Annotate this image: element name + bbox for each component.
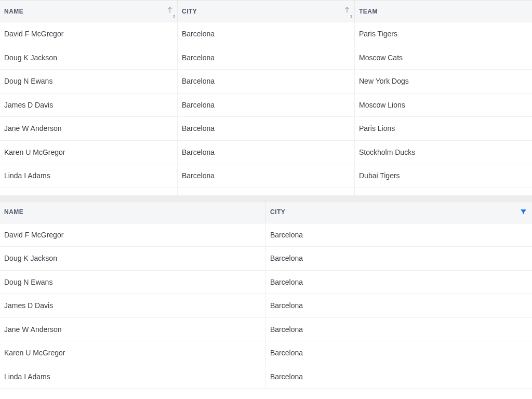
- table-row: David F McGregor Barcelona: [0, 223, 532, 247]
- cell-name: Doug N Ewans: [0, 271, 266, 294]
- cell-name: Karen U McGregor: [0, 341, 266, 365]
- table-row: Jane W Anderson Barcelona: [0, 318, 532, 342]
- cell-city: [178, 188, 355, 195]
- cell-city: Barcelona: [178, 70, 355, 93]
- cell-name: Doug N Ewans: [0, 70, 178, 93]
- cell-team: Moscow Cats: [355, 46, 532, 70]
- cell-city: Barcelona: [178, 46, 355, 70]
- table-header-row: NAME CITY: [0, 202, 532, 223]
- cell-name: Doug K Jackson: [0, 247, 266, 270]
- cell-name: James D Davis: [0, 294, 266, 317]
- cell-team: Paris Tigers: [355, 22, 532, 46]
- cell-team: Moscow Lions: [355, 94, 532, 117]
- cell-team: Dubai Tigers: [355, 164, 532, 188]
- column-header-label: CITY: [270, 208, 285, 216]
- cell-name: Jane W Anderson: [0, 117, 178, 140]
- table-row: Doug N Ewans Barcelona: [0, 271, 532, 295]
- column-header-label: NAME: [4, 8, 23, 15]
- table-row: Doug K Jackson Barcelona: [0, 247, 532, 271]
- cell-name: Linda I Adams: [0, 164, 178, 188]
- sort-order-badge: 1: [350, 14, 353, 19]
- table-separator: [0, 196, 532, 201]
- cell-name: David F McGregor: [0, 223, 266, 247]
- column-header-name[interactable]: NAME: [0, 202, 266, 223]
- cell-city: Barcelona: [266, 271, 532, 294]
- table-row: Linda I Adams Barcelona: [0, 365, 532, 389]
- cell-name: James D Davis: [0, 94, 178, 117]
- table-row: Linda I Adams Barcelona Dubai Tigers: [0, 164, 532, 188]
- table-row: Doug N Ewans Barcelona New York Dogs: [0, 70, 532, 94]
- column-header-label: CITY: [182, 8, 197, 15]
- cell-team: Paris Lions: [355, 117, 532, 140]
- table-row: Karen U McGregor Barcelona: [0, 341, 532, 365]
- cell-name: [0, 188, 178, 195]
- cell-city: Barcelona: [266, 294, 532, 317]
- table-row: Doug K Jackson Barcelona Moscow Cats: [0, 46, 532, 70]
- cell-name: Doug K Jackson: [0, 46, 178, 70]
- table-row: [0, 188, 532, 196]
- cell-city: Barcelona: [266, 247, 532, 270]
- cell-city: Barcelona: [178, 94, 355, 117]
- column-header-city[interactable]: CITY 1: [178, 1, 355, 22]
- cell-city: Barcelona: [178, 117, 355, 140]
- table-row: Karen U McGregor Barcelona Stockholm Duc…: [0, 141, 532, 165]
- table-row: David F McGregor Barcelona Paris Tigers: [0, 22, 532, 46]
- cell-name: David F McGregor: [0, 22, 178, 46]
- sort-order-badge: 2: [172, 14, 176, 19]
- column-header-team[interactable]: TEAM: [355, 1, 532, 22]
- table-row: James D Davis Barcelona: [0, 294, 532, 318]
- cell-city: Barcelona: [266, 365, 532, 389]
- column-header-label: TEAM: [359, 8, 378, 15]
- cell-team: [355, 188, 532, 195]
- cell-city: Barcelona: [266, 318, 532, 341]
- cell-city: Barcelona: [178, 22, 355, 46]
- column-header-city[interactable]: CITY: [266, 202, 532, 223]
- cell-city: Barcelona: [266, 223, 532, 247]
- table-row: Jane W Anderson Barcelona Paris Lions: [0, 117, 532, 141]
- column-header-label: NAME: [4, 208, 23, 216]
- cell-city: Barcelona: [266, 341, 532, 365]
- cell-name: Linda I Adams: [0, 365, 266, 389]
- table-row: James D Davis Barcelona Moscow Lions: [0, 94, 532, 117]
- cell-name: Karen U McGregor: [0, 141, 178, 164]
- data-table-2: NAME CITY David F McGregor Barcelona Dou…: [0, 201, 532, 389]
- cell-city: Barcelona: [178, 164, 355, 188]
- cell-team: New York Dogs: [355, 70, 532, 93]
- column-header-name[interactable]: NAME 2: [0, 1, 178, 22]
- cell-city: Barcelona: [178, 141, 355, 164]
- cell-team: Stockholm Ducks: [355, 141, 532, 164]
- data-table-1: NAME 2 CITY 1 TEAM David F McGregor Barc…: [0, 0, 532, 196]
- cell-name: Jane W Anderson: [0, 318, 266, 341]
- table-header-row: NAME 2 CITY 1 TEAM: [0, 1, 532, 22]
- filter-icon[interactable]: [520, 209, 527, 216]
